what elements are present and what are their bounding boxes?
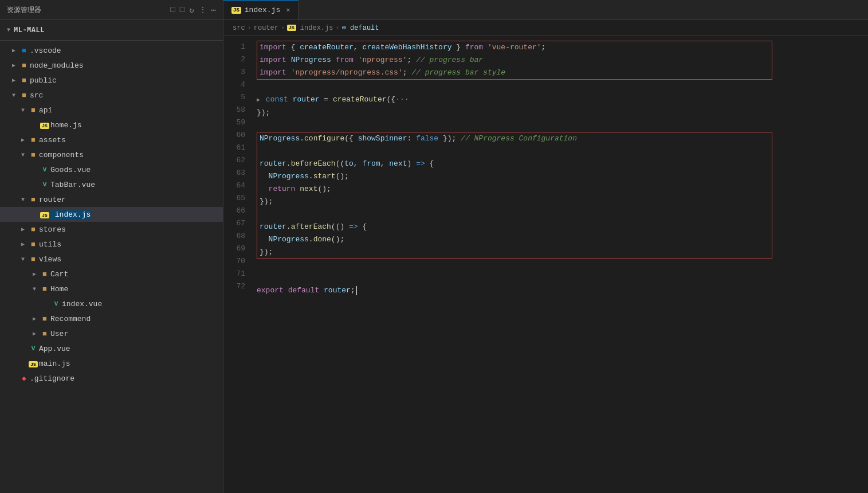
tree-item-views[interactable]: ▼ ■ views [0, 252, 223, 267]
tree-item-router[interactable]: ▼ ■ router [0, 192, 223, 207]
index-js-label: index.js [50, 210, 91, 219]
ml-mall-header: ▼ ML-MALL [0, 20, 223, 41]
code-line-66 [260, 208, 769, 221]
router-folder-icon: ■ [28, 195, 39, 204]
utils-folder-icon: ■ [28, 240, 39, 249]
tree-item-stores[interactable]: ▶ ■ stores [0, 222, 223, 237]
sidebar-tree[interactable]: ▶ ■ .vscode ▶ ■ node_modules ▶ ■ public [0, 41, 223, 493]
components-label: components [39, 151, 84, 159]
tree-item-user[interactable]: ▶ ■ User [0, 326, 223, 341]
root-collapse-arrow[interactable]: ▼ [7, 27, 10, 33]
code-line-72: export default router; [257, 284, 868, 297]
stores-label: stores [39, 225, 66, 234]
code-line-65: }); [260, 195, 769, 208]
code-line-59 [257, 119, 868, 132]
code-container[interactable]: 1 2 3 4 5 58 59 60 61 62 63 64 65 66 67 … [223, 36, 868, 493]
tree-item-vscode[interactable]: ▶ ■ .vscode [0, 43, 223, 58]
more-actions-icon[interactable]: ⋯ [211, 5, 216, 15]
tree-item-api[interactable]: ▼ ■ api [0, 103, 223, 118]
code-line-72-content: export default router; [257, 284, 357, 297]
gitignore-label: .gitignore [30, 374, 74, 383]
recommend-folder-icon: ■ [39, 315, 50, 323]
code-line-61 [260, 145, 769, 158]
src-label: src [30, 91, 43, 100]
code-line-70 [257, 259, 868, 272]
tree-item-cart[interactable]: ▶ ■ Cart [0, 267, 223, 281]
main-content: ▼ ML-MALL ▶ ■ .vscode ▶ ■ node_modules [0, 20, 868, 493]
tree-item-node-modules[interactable]: ▶ ■ node_modules [0, 58, 223, 73]
new-folder-icon[interactable]: □ [180, 5, 184, 15]
collapse-all-icon[interactable]: ⋮ [199, 5, 207, 15]
tabbar-vue-icon: V [39, 181, 50, 188]
code-line-5-content: ▶ const router = createRouter({··· [257, 93, 409, 107]
tree-item-recommend[interactable]: ▶ ■ Recommend [0, 311, 223, 326]
cart-folder-icon: ■ [39, 270, 50, 279]
code-line-62: router.beforeEach((to, from, next) => { [260, 158, 769, 170]
node-modules-icon: ■ [18, 61, 30, 70]
user-folder-icon: ■ [39, 330, 50, 338]
code-line-2: import NProgress from 'nprogress'; // pr… [260, 54, 769, 66]
breadcrumb-symbol: ⊕ default [342, 24, 379, 32]
tree-item-tabbar-vue[interactable]: V TabBar.vue [0, 177, 223, 192]
goods-vue-label: Goods.vue [50, 166, 91, 174]
code-line-71-content [257, 272, 261, 284]
tree-item-home[interactable]: ▼ ■ Home [0, 281, 223, 296]
tab-close-button[interactable]: ✕ [286, 6, 290, 14]
api-arrow: ▼ [18, 107, 28, 114]
app-vue-icon: V [28, 345, 39, 352]
assets-arrow: ▶ [18, 136, 28, 143]
tab-index-js[interactable]: JS index.js ✕ [223, 0, 299, 19]
tree-item-index-vue[interactable]: V index.vue [0, 296, 223, 311]
tree-item-index-js[interactable]: JS index.js [0, 207, 223, 222]
breadcrumb-sep1: › [248, 24, 252, 32]
api-folder-icon: ■ [28, 106, 39, 115]
src-folder-icon: ■ [18, 91, 30, 100]
api-label: api [39, 106, 52, 115]
tree-item-goods-vue[interactable]: V Goods.vue [0, 162, 223, 177]
explorer-header-actions: □ □ ↻ ⋮ ⋯ [170, 5, 216, 15]
tree-item-public[interactable]: ▶ ■ public [0, 73, 223, 88]
new-file-icon[interactable]: □ [170, 5, 175, 15]
tree-item-main-js[interactable]: JS main.js [0, 356, 223, 371]
tree-item-src[interactable]: ▼ ■ src [0, 88, 223, 103]
code-line-68-content: NProgress.done(); [260, 233, 344, 246]
gitignore-icon: ◆ [18, 374, 30, 383]
code-line-3: import 'nprogress/nprogress.css'; // pro… [260, 66, 769, 79]
code-line-4-content [257, 81, 261, 93]
breadcrumb: src › router › JS index.js › ⊕ default [223, 20, 868, 36]
tree-item-assets[interactable]: ▶ ■ assets [0, 132, 223, 147]
breadcrumb-router: router [254, 24, 278, 32]
tree-item-components[interactable]: ▼ ■ components [0, 147, 223, 162]
tree-item-app-vue[interactable]: V App.vue [0, 341, 223, 356]
tree-item-gitignore[interactable]: ◆ .gitignore [0, 371, 223, 386]
stores-folder-icon: ■ [28, 225, 39, 234]
code-line-2-content: import NProgress from 'nprogress'; // pr… [260, 54, 483, 66]
recommend-arrow: ▶ [30, 315, 39, 322]
views-arrow: ▼ [18, 256, 28, 263]
code-line-3-content: import 'nprogress/nprogress.css'; // pro… [260, 66, 505, 79]
code-line-68: NProgress.done(); [260, 233, 769, 246]
import-block-border: import { createRouter, createWebHashHist… [257, 41, 772, 80]
public-folder-icon: ■ [18, 76, 30, 85]
code-line-62-content: router.beforeEach((to, from, next) => { [260, 158, 434, 170]
code-lines[interactable]: import { createRouter, createWebHashHist… [252, 36, 868, 493]
code-line-5: ▶ const router = createRouter({··· [257, 93, 868, 107]
tree-item-utils[interactable]: ▶ ■ utils [0, 237, 223, 252]
code-line-58: }); [257, 107, 868, 119]
views-label: views [39, 255, 61, 264]
code-line-59-content [257, 119, 261, 132]
tabbar-vue-label: TabBar.vue [50, 181, 95, 189]
home-label: Home [50, 285, 68, 294]
tab-bar: JS index.js ✕ [223, 0, 868, 19]
cart-arrow: ▶ [30, 271, 39, 277]
refresh-icon[interactable]: ↻ [189, 5, 194, 15]
main-js-icon: JS [28, 359, 39, 368]
tree-item-home-js[interactable]: JS home.js [0, 118, 223, 132]
code-line-63-content: NProgress.start(); [260, 170, 349, 183]
utils-label: utils [39, 240, 61, 249]
assets-folder-icon: ■ [28, 136, 39, 144]
node-modules-arrow: ▶ [9, 62, 18, 69]
explorer-title: 资源管理器 [7, 5, 41, 15]
user-label: User [50, 330, 68, 338]
code-line-61-content [260, 145, 264, 158]
